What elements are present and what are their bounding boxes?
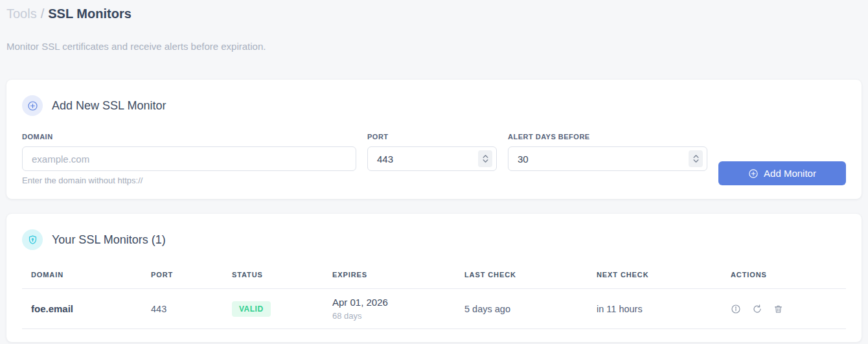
cell-domain: foe.email — [22, 289, 142, 329]
add-monitor-button-label: Add Monitor — [764, 168, 816, 179]
plus-circle-icon — [748, 168, 759, 179]
domain-field-group: DOMAIN Enter the domain without https:// — [22, 133, 356, 185]
add-card-header: Add New SSL Monitor — [22, 95, 846, 116]
ssl-monitors-page: Tools/SSL Monitors Monitor SSL certifica… — [0, 0, 868, 342]
port-field-group: PORT — [367, 133, 497, 171]
header-status: STATUS — [223, 263, 323, 289]
expires-days-remaining: 68 days — [332, 311, 446, 321]
add-card-title: Add New SSL Monitor — [52, 99, 166, 113]
page-subtitle: Monitor SSL certificates and receive ale… — [6, 41, 862, 52]
info-icon — [731, 304, 741, 314]
refresh-button[interactable] — [752, 304, 762, 314]
add-monitor-form: DOMAIN Enter the domain without https://… — [22, 133, 846, 185]
header-next-check: NEXT CHECK — [588, 263, 722, 289]
alert-days-label: ALERT DAYS BEFORE — [508, 133, 707, 141]
alert-days-field-group: ALERT DAYS BEFORE — [508, 133, 707, 171]
port-label: PORT — [367, 133, 497, 141]
monitors-table: DOMAIN PORT STATUS EXPIRES LAST CHECK NE… — [22, 263, 846, 329]
header-last-check: LAST CHECK — [455, 263, 588, 289]
cell-port: 443 — [142, 289, 223, 329]
domain-label: DOMAIN — [22, 133, 356, 141]
monitors-card-title: Your SSL Monitors (1) — [52, 233, 166, 247]
shield-icon — [22, 229, 43, 250]
delete-button[interactable] — [773, 304, 783, 314]
breadcrumb-tools[interactable]: Tools — [6, 6, 37, 21]
table-row: foe.email 443 VALID Apr 01, 2026 68 days… — [22, 289, 846, 329]
domain-helper: Enter the domain without https:// — [22, 176, 356, 185]
header-expires: EXPIRES — [323, 263, 455, 289]
alert-days-input[interactable] — [508, 146, 707, 171]
add-monitor-button[interactable]: Add Monitor — [718, 161, 846, 185]
trash-icon — [773, 304, 783, 314]
monitors-list-card: Your SSL Monitors (1) DOMAIN PORT STATUS… — [6, 214, 862, 342]
chevron-up-icon — [693, 155, 699, 158]
cell-status: VALID — [223, 289, 323, 329]
header-domain: DOMAIN — [22, 263, 142, 289]
add-monitor-card: Add New SSL Monitor DOMAIN Enter the dom… — [6, 80, 862, 199]
refresh-icon — [752, 304, 762, 314]
cell-next-check: in 11 hours — [588, 289, 722, 329]
cell-last-check: 5 days ago — [455, 289, 588, 329]
port-input[interactable] — [367, 146, 497, 171]
chevron-down-icon — [483, 159, 488, 163]
status-badge: VALID — [232, 301, 271, 317]
header-actions: ACTIONS — [722, 263, 846, 289]
expires-date: Apr 01, 2026 — [332, 297, 446, 308]
alert-days-stepper[interactable] — [689, 150, 703, 167]
page-title: SSL Monitors — [48, 6, 131, 21]
breadcrumb-separator: / — [41, 6, 45, 21]
chevron-down-icon — [693, 159, 699, 163]
plus-circle-icon — [22, 95, 43, 116]
cell-actions — [722, 289, 846, 329]
monitors-card-header: Your SSL Monitors (1) — [22, 229, 846, 250]
port-stepper[interactable] — [478, 150, 492, 167]
domain-input[interactable] — [22, 146, 356, 171]
cell-expires: Apr 01, 2026 68 days — [323, 289, 455, 329]
chevron-up-icon — [483, 155, 488, 158]
table-header-row: DOMAIN PORT STATUS EXPIRES LAST CHECK NE… — [22, 263, 846, 289]
breadcrumb: Tools/SSL Monitors — [6, 5, 862, 21]
header-port: PORT — [142, 263, 223, 289]
info-button[interactable] — [731, 304, 741, 314]
